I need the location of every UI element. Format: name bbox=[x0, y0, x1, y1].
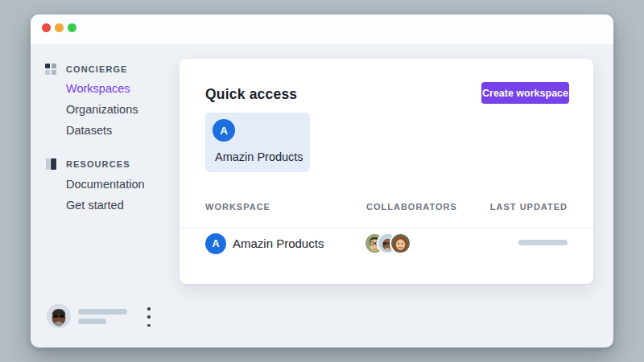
grid-icon bbox=[45, 64, 56, 75]
user-avatar-photo[interactable] bbox=[47, 304, 71, 328]
kebab-menu-icon[interactable] bbox=[143, 306, 155, 328]
page-title: Quick access bbox=[205, 86, 297, 103]
sidebar-item-get-started[interactable]: Get started bbox=[45, 195, 182, 216]
sidebar-item-workspaces[interactable]: Workspaces bbox=[45, 78, 182, 99]
close-window-button[interactable] bbox=[42, 23, 51, 32]
workspace-initial-avatar: A bbox=[205, 233, 226, 254]
table-header-row: WORKSPACE COLLABORATORS LAST UPDATED bbox=[180, 202, 593, 213]
section-header-label: CONCIERGE bbox=[66, 64, 128, 74]
section-header-label: RESOURCES bbox=[66, 159, 130, 169]
quick-access-tile[interactable]: A Amazin Products bbox=[205, 113, 310, 172]
user-name-placeholder bbox=[78, 309, 127, 315]
column-header-collaborators: COLLABORATORS bbox=[366, 202, 457, 212]
sidebar-item-documentation[interactable]: Documentation bbox=[45, 174, 182, 195]
column-header-workspace: WORKSPACE bbox=[205, 202, 270, 212]
sidebar-section-resources: RESOURCES bbox=[45, 157, 182, 171]
sidebar-section-concierge: CONCIERGE bbox=[45, 62, 182, 76]
zoom-window-button[interactable] bbox=[68, 23, 76, 32]
last-updated-placeholder bbox=[518, 240, 568, 245]
workspace-name: Amazin Products bbox=[215, 150, 303, 163]
book-icon bbox=[45, 158, 56, 170]
create-workspace-button[interactable]: Create workspace bbox=[481, 82, 569, 104]
workspaces-panel: Quick access Create workspace A Amazin P… bbox=[180, 59, 593, 284]
user-subtitle-placeholder bbox=[78, 319, 106, 324]
app-window: CONCIERGE Workspaces Organizations Datas… bbox=[31, 14, 613, 348]
sidebar-item-datasets[interactable]: Datasets bbox=[45, 120, 182, 141]
workspace-initial-avatar: A bbox=[213, 119, 235, 142]
window-titlebar bbox=[31, 14, 613, 45]
column-header-last-updated: LAST UPDATED bbox=[490, 202, 568, 212]
table-row[interactable]: A Amazin Products bbox=[180, 228, 593, 291]
minimize-window-button[interactable] bbox=[55, 23, 64, 32]
desktop-background: CONCIERGE Workspaces Organizations Datas… bbox=[0, 0, 644, 362]
sidebar-item-organizations[interactable]: Organizations bbox=[45, 99, 182, 120]
workspace-name: Amazin Products bbox=[233, 237, 324, 250]
collaborator-avatar-photo bbox=[390, 232, 411, 254]
